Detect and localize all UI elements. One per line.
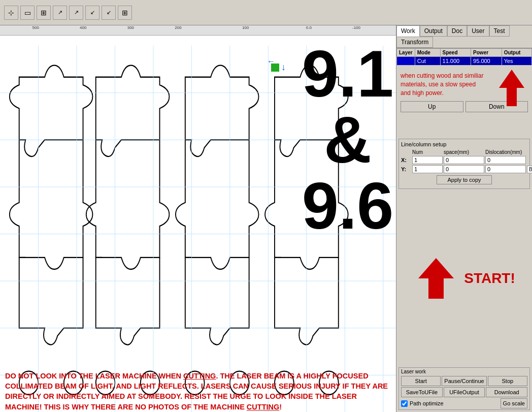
layer-row[interactable]: Cut 11.000 95.000 Yes (397, 57, 532, 66)
grid-tool[interactable]: ⊞ (37, 6, 51, 20)
laser-buttons-row2: SaveToUFile UFileOutput Download (401, 387, 527, 397)
start-arrow-container: START! (413, 253, 515, 304)
save-to-ufile-button[interactable]: SaveToUFile (401, 387, 443, 397)
download-button[interactable]: Download (486, 387, 527, 397)
ruler-mark-400: 400 (80, 25, 86, 30)
ruler-mark-200: 200 (175, 25, 181, 30)
ruler-mark-500: 500 (32, 25, 39, 30)
cursor-tool[interactable]: ⊹ (4, 6, 18, 20)
lc-x-num[interactable] (412, 156, 443, 164)
col-output: Output (502, 49, 531, 57)
lc-x-space[interactable] (444, 156, 484, 164)
apply-to-copy-button[interactable]: Apply to copy (437, 175, 491, 184)
annotation-area: when cutting wood and similiar materials… (396, 66, 532, 137)
col-layer: Layer (397, 49, 415, 57)
ruler-top: 500 400 300 200 100 0.0 -100 (0, 25, 396, 36)
flip-v-tool[interactable]: ↙ (85, 6, 99, 20)
lc-disloc-header: Dislocation(mm) (485, 149, 526, 155)
layer-output: Yes (502, 57, 531, 66)
blue-arrow-vertical: ↓ (281, 62, 286, 73)
go-scale-button[interactable]: Go scale (501, 398, 527, 408)
tab-doc[interactable]: Doc (447, 25, 467, 37)
bestrew-button[interactable]: Bestrew... (527, 166, 532, 173)
grid2-tool[interactable]: ⊞ (118, 6, 132, 20)
layer-table: Layer Mode Speed Power Output Cut 11.000… (396, 48, 532, 66)
ruler-mark-100: 100 (242, 25, 249, 30)
canvas-area[interactable]: 500 400 300 200 100 0.0 -100 ← ↓ 9.1&9.6 (0, 25, 396, 412)
tab-output[interactable]: Output (420, 25, 447, 37)
rotate-cw-tool[interactable]: ↗ (69, 6, 83, 20)
svg-marker-25 (499, 70, 524, 106)
ruler-mark-neg100: -100 (352, 25, 360, 30)
start-section: START! (396, 191, 532, 365)
layer-power: 95.000 (471, 57, 502, 66)
lc-y-num[interactable] (412, 165, 443, 173)
lc-space-header: space(mm) (444, 149, 484, 155)
start-down-arrow-icon (413, 253, 459, 304)
up-arrow-icon (496, 68, 527, 108)
right-panel: Work Output Doc User Test Transform Laye… (396, 25, 532, 412)
tab-transform[interactable]: Transform (396, 37, 433, 48)
col-speed: Speed (440, 49, 471, 57)
lc-grid: Num space(mm) Dislocation(mm) X: Y: Best… (401, 149, 527, 173)
path-optimize-checkbox[interactable] (401, 400, 408, 407)
blue-arrow-horizontal: ← (267, 57, 275, 66)
start-label: START! (464, 270, 515, 287)
tab-user[interactable]: User (467, 25, 489, 37)
layer-section: Layer Mode Speed Power Output Cut 11.000… (396, 48, 532, 66)
path-optimize-label: Path optimize (410, 400, 444, 406)
annotation-text: when cutting wood and similiar materials… (401, 72, 487, 97)
tab-work[interactable]: Work (396, 25, 420, 37)
puzzle-shapes (0, 46, 396, 412)
flip-h-tool[interactable]: ↙ (102, 6, 116, 20)
ufile-output-button[interactable]: UFileOutput (444, 387, 485, 397)
lc-y-space[interactable] (444, 165, 484, 173)
tab-bar: Work Output Doc User Test Transform (396, 25, 532, 48)
toolbar: ⊹ ▭ ⊞ ↗ ↗ ↙ ↙ ⊞ (0, 0, 532, 25)
pause-continue-button[interactable]: Pause/Continue (442, 376, 486, 386)
select-rect-tool[interactable]: ▭ (20, 6, 35, 20)
col-mode: Mode (415, 49, 440, 57)
tab-test[interactable]: Test (489, 25, 510, 37)
line-column-setup: Line/column setup Num space(mm) Dislocat… (398, 139, 530, 189)
laser-buttons-row1: Start Pause/Continue Stop (401, 376, 527, 386)
lc-x-disloc[interactable] (485, 156, 526, 164)
up-button[interactable]: Up (401, 101, 463, 112)
layer-mode: Cut (415, 57, 440, 66)
ruler-mark-300: 300 (127, 25, 134, 30)
path-optimize-row: Path optimize Go scale (401, 398, 527, 408)
move-tool[interactable]: ↗ (53, 6, 67, 20)
lc-num-header: Num (412, 149, 443, 155)
lc-x-label: X: (401, 157, 411, 163)
svg-marker-26 (418, 258, 454, 299)
ruler-mark-0: 0.0 (306, 25, 312, 30)
start-laser-button[interactable]: Start (401, 376, 441, 386)
lc-y-disloc[interactable] (485, 165, 526, 173)
line-column-title: Line/column setup (401, 141, 527, 147)
laser-work-title: Laser work (401, 369, 527, 374)
drawing-canvas[interactable]: ← ↓ 9.1&9.6 (0, 36, 396, 412)
main-area: 500 400 300 200 100 0.0 -100 ← ↓ 9.1&9.6 (0, 25, 532, 412)
layer-speed: 11.000 (440, 57, 471, 66)
col-power: Power (471, 49, 502, 57)
laser-work-section: Laser work Start Pause/Continue Stop Sav… (398, 367, 530, 410)
layer-color (397, 57, 415, 66)
stop-button[interactable]: Stop (488, 376, 527, 386)
laser-warning-text: DO NOT LOOK INTO THE LASER MACHINE WHEN … (5, 371, 391, 412)
lc-y-label: Y: (401, 166, 411, 172)
